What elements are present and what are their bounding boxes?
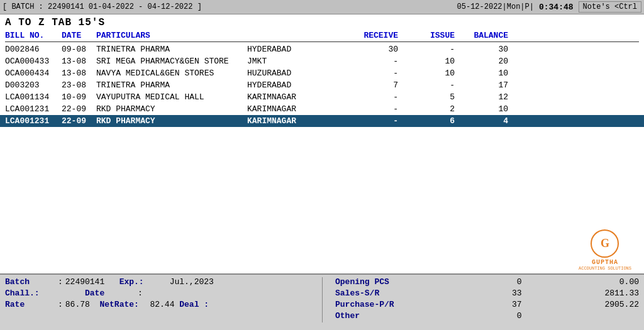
cell-billno: LCA001134 xyxy=(5,92,62,102)
cell-billno: LCA001231 xyxy=(5,104,62,114)
cell-particulars: NAVYA MEDICAL&GEN STORES xyxy=(96,69,247,78)
cell-particulars: TRINETRA PHARMA xyxy=(96,80,247,90)
cell-date: 23-08 xyxy=(62,80,96,90)
cell-issue: 6 xyxy=(404,116,461,126)
cell-issue: 5 xyxy=(404,92,461,102)
guptha-logo: G GUPTHA ACCOUNTING SOLUTIONS xyxy=(579,229,631,271)
table-row[interactable]: D002846 09-08 TRINETRA PHARMA HYDERABAD … xyxy=(0,43,644,55)
col-header-receive: RECEIVE xyxy=(329,31,404,40)
table-row[interactable]: OCA000434 13-08 NAVYA MEDICAL&GEN STORES… xyxy=(0,67,644,79)
right-num2: 2811.33 xyxy=(595,289,639,298)
col-header-date: DATE xyxy=(62,31,96,40)
table-row[interactable]: LCA001231 22-09 RKD PHARMACY KARIMNAGAR … xyxy=(0,103,644,115)
cell-billno: D003203 xyxy=(5,80,62,90)
table-row[interactable]: LCA001231 22-09 RKD PHARMACY KARIMNAGAR … xyxy=(0,115,644,127)
main-content: A TO Z TAB 15'S BILL NO. DATE PARTICULAR… xyxy=(0,14,644,273)
cell-issue: - xyxy=(404,45,461,54)
cell-particulars: RKD PHARMACY xyxy=(96,104,247,114)
cell-balance: 17 xyxy=(461,80,511,90)
table-row[interactable]: LCA001134 10-09 VAYUPUTRA MEDICAL HALL K… xyxy=(0,91,644,103)
batch-info: [ BATCH : 22490141 01-04-2022 - 04-12-20… xyxy=(3,3,202,11)
cell-issue: - xyxy=(404,80,461,90)
cell-billno: OCA000434 xyxy=(5,69,62,78)
header-section: A TO Z TAB 15'S BILL NO. DATE PARTICULAR… xyxy=(0,14,644,43)
right-num1: 33 xyxy=(491,289,522,298)
batch-label: Batch xyxy=(5,277,55,287)
cell-receive: - xyxy=(329,92,404,102)
right-num2 xyxy=(595,311,639,321)
cell-date: 13-08 xyxy=(62,57,96,66)
bottom-right: Opening PCS 0 0.00 Sales-S/R 33 2811.33 … xyxy=(322,277,639,322)
notes-button[interactable]: Note's <Ctrl xyxy=(579,1,641,13)
cell-date: 22-09 xyxy=(62,104,96,114)
batch-row: Batch : 22490141 Exp.: Jul.,2023 xyxy=(5,277,309,287)
table-body: D002846 09-08 TRINETRA PHARMA HYDERABAD … xyxy=(0,43,644,223)
cell-billno: D002846 xyxy=(5,45,62,54)
batch-value: 22490141 xyxy=(65,277,104,287)
chall-label: Chall.: xyxy=(5,289,55,298)
right-num1: 0 xyxy=(491,277,522,287)
cell-issue: 2 xyxy=(404,104,461,114)
column-headers: BILL NO. DATE PARTICULARS RECEIVE ISSUE … xyxy=(5,30,639,42)
right-num1: 37 xyxy=(491,300,522,309)
right-num2: 0.00 xyxy=(595,277,639,287)
col-header-city xyxy=(247,31,329,40)
exp-value: Jul.,2023 xyxy=(170,277,214,287)
netrate-value: 82.44 xyxy=(150,300,174,309)
right-label: Other xyxy=(335,311,417,321)
cell-city: HYDERABAD xyxy=(247,45,329,54)
cell-receive: - xyxy=(329,104,404,114)
cell-particulars: SRI MEGA PHARMACY&GEN STORE xyxy=(96,57,247,66)
rate-label: Rate xyxy=(5,300,55,309)
bottom-grid: Batch : 22490141 Exp.: Jul.,2023 Chall.:… xyxy=(5,277,639,322)
exp-label: Exp.: xyxy=(119,277,170,287)
right-num2: 2905.22 xyxy=(595,300,639,309)
date-label: Date xyxy=(85,289,135,298)
cell-balance: 10 xyxy=(461,104,511,114)
right-label: Purchase-P/R xyxy=(335,300,417,309)
netrate-label: NetRate: xyxy=(99,300,150,309)
cell-receive: 7 xyxy=(329,80,404,90)
bottom-left: Batch : 22490141 Exp.: Jul.,2023 Chall.:… xyxy=(5,277,322,322)
table-row[interactable]: D003203 23-08 TRINETRA PHARMA HYDERABAD … xyxy=(0,79,644,91)
top-bar: [ BATCH : 22490141 01-04-2022 - 04-12-20… xyxy=(0,0,644,14)
col-header-issue: ISSUE xyxy=(404,31,461,40)
cell-city: HUZURABAD xyxy=(247,69,329,78)
cell-receive: 30 xyxy=(329,45,404,54)
col-header-balance: BALANCE xyxy=(461,31,511,40)
chall-row: Chall.: Date : xyxy=(5,289,309,298)
cell-particulars: RKD PHARMACY xyxy=(96,116,247,126)
logo-area: G GUPTHA ACCOUNTING SOLUTIONS xyxy=(0,223,644,273)
col-header-particulars: PARTICULARS xyxy=(96,31,247,40)
table-row[interactable]: OCA000433 13-08 SRI MEGA PHARMACY&GEN ST… xyxy=(0,55,644,67)
bottom-section: Batch : 22490141 Exp.: Jul.,2023 Chall.:… xyxy=(0,273,644,330)
cell-balance: 12 xyxy=(461,92,511,102)
rate-value: 86.78 xyxy=(65,300,90,309)
col-header-billno: BILL NO. xyxy=(5,31,62,40)
cell-receive: - xyxy=(329,116,404,126)
right-label: Sales-S/R xyxy=(335,289,417,298)
logo-subtext: ACCOUNTING SOLUTIONS xyxy=(579,266,631,271)
cell-billno: LCA001231 xyxy=(5,116,62,126)
cell-balance: 30 xyxy=(461,45,511,54)
datetime: 05-12-2022|Mon|P| xyxy=(457,3,534,11)
cell-date: 22-09 xyxy=(62,116,96,126)
cell-balance: 10 xyxy=(461,69,511,78)
right-info-row: Purchase-P/R 37 2905.22 xyxy=(335,300,639,309)
cell-city: KARIMNAGAR xyxy=(247,116,329,126)
cell-city: KARIMNAGAR xyxy=(247,92,329,102)
cell-balance: 20 xyxy=(461,57,511,66)
deal-label: Deal : xyxy=(179,300,230,309)
cell-particulars: TRINETRA PHARMA xyxy=(96,45,247,54)
logo-name: GUPTHA xyxy=(579,259,631,266)
right-num1: 0 xyxy=(491,311,522,321)
cell-particulars: VAYUPUTRA MEDICAL HALL xyxy=(96,92,247,102)
right-info-row: Opening PCS 0 0.00 xyxy=(335,277,639,287)
cell-receive: - xyxy=(329,57,404,66)
cell-date: 10-09 xyxy=(62,92,96,102)
cell-date: 09-08 xyxy=(62,45,96,54)
cell-billno: OCA000433 xyxy=(5,57,62,66)
cell-city: HYDERABAD xyxy=(247,80,329,90)
cell-receive: - xyxy=(329,69,404,78)
rate-row: Rate : 86.78 NetRate: 82.44 Deal : xyxy=(5,300,309,309)
